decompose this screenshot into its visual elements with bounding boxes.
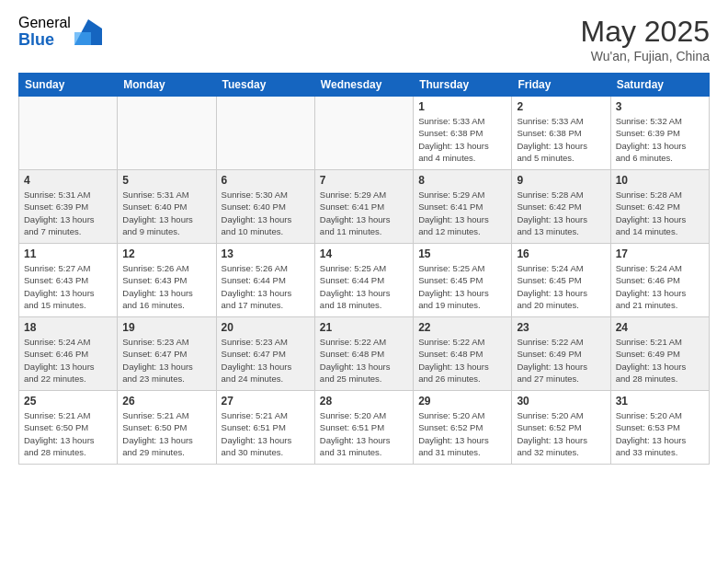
calendar-cell: 9Sunrise: 5:28 AMSunset: 6:42 PMDaylight…	[512, 170, 610, 244]
calendar-cell: 2Sunrise: 5:33 AMSunset: 6:38 PMDaylight…	[512, 97, 610, 170]
day-info: Sunrise: 5:24 AMSunset: 6:46 PMDaylight:…	[616, 262, 704, 311]
day-number: 31	[616, 395, 704, 408]
day-info: Sunrise: 5:32 AMSunset: 6:39 PMDaylight:…	[616, 115, 704, 164]
weekday-header-wednesday: Wednesday	[314, 74, 413, 97]
day-info: Sunrise: 5:33 AMSunset: 6:38 PMDaylight:…	[517, 115, 605, 164]
day-number: 3	[616, 100, 704, 113]
logo: General Blue	[18, 15, 102, 49]
weekday-header-friday: Friday	[512, 74, 610, 97]
calendar-cell: 5Sunrise: 5:31 AMSunset: 6:40 PMDaylight…	[118, 170, 216, 244]
weekday-header-monday: Monday	[118, 74, 216, 97]
day-info: Sunrise: 5:24 AMSunset: 6:46 PMDaylight:…	[24, 336, 112, 385]
day-info: Sunrise: 5:26 AMSunset: 6:43 PMDaylight:…	[122, 262, 210, 311]
calendar-cell: 15Sunrise: 5:25 AMSunset: 6:45 PMDayligh…	[414, 244, 512, 317]
weekday-header-thursday: Thursday	[414, 74, 512, 97]
day-number: 17	[616, 247, 704, 260]
calendar-cell: 29Sunrise: 5:20 AMSunset: 6:52 PMDayligh…	[414, 391, 512, 465]
weekday-header-sunday: Sunday	[19, 74, 118, 97]
day-number: 4	[24, 174, 112, 187]
day-info: Sunrise: 5:25 AMSunset: 6:45 PMDaylight:…	[418, 262, 506, 311]
calendar-body: 1Sunrise: 5:33 AMSunset: 6:38 PMDaylight…	[19, 97, 710, 465]
weekday-header-saturday: Saturday	[610, 74, 709, 97]
calendar-cell: 22Sunrise: 5:22 AMSunset: 6:48 PMDayligh…	[414, 317, 512, 391]
calendar-cell	[19, 97, 118, 170]
calendar-cell: 10Sunrise: 5:28 AMSunset: 6:42 PMDayligh…	[610, 170, 709, 244]
day-info: Sunrise: 5:22 AMSunset: 6:48 PMDaylight:…	[418, 336, 506, 385]
calendar-cell: 27Sunrise: 5:21 AMSunset: 6:51 PMDayligh…	[216, 391, 314, 465]
day-number: 20	[222, 321, 310, 334]
day-number: 1	[418, 100, 506, 113]
calendar-cell: 3Sunrise: 5:32 AMSunset: 6:39 PMDaylight…	[610, 97, 709, 170]
logo-icon	[74, 19, 102, 45]
calendar-cell	[118, 97, 216, 170]
calendar-cell: 4Sunrise: 5:31 AMSunset: 6:39 PMDaylight…	[19, 170, 118, 244]
day-info: Sunrise: 5:23 AMSunset: 6:47 PMDaylight:…	[122, 336, 210, 385]
calendar-cell: 13Sunrise: 5:26 AMSunset: 6:44 PMDayligh…	[216, 244, 314, 317]
day-info: Sunrise: 5:29 AMSunset: 6:41 PMDaylight:…	[320, 189, 408, 237]
day-number: 28	[320, 395, 408, 408]
calendar-cell: 25Sunrise: 5:21 AMSunset: 6:50 PMDayligh…	[19, 391, 118, 465]
weekday-header-tuesday: Tuesday	[216, 74, 314, 97]
day-info: Sunrise: 5:21 AMSunset: 6:51 PMDaylight:…	[222, 409, 310, 458]
day-number: 27	[222, 395, 310, 408]
calendar-cell: 19Sunrise: 5:23 AMSunset: 6:47 PMDayligh…	[118, 317, 216, 391]
day-number: 9	[517, 174, 605, 187]
day-info: Sunrise: 5:21 AMSunset: 6:49 PMDaylight:…	[616, 336, 704, 385]
day-number: 30	[517, 395, 605, 408]
calendar-cell: 1Sunrise: 5:33 AMSunset: 6:38 PMDaylight…	[414, 97, 512, 170]
day-number: 15	[418, 247, 506, 260]
day-number: 18	[24, 321, 112, 334]
calendar-cell: 6Sunrise: 5:30 AMSunset: 6:40 PMDaylight…	[216, 170, 314, 244]
day-number: 5	[122, 174, 210, 187]
calendar-cell: 12Sunrise: 5:26 AMSunset: 6:43 PMDayligh…	[118, 244, 216, 317]
calendar-cell: 18Sunrise: 5:24 AMSunset: 6:46 PMDayligh…	[19, 317, 118, 391]
day-number: 8	[418, 174, 506, 187]
day-number: 19	[122, 321, 210, 334]
day-info: Sunrise: 5:20 AMSunset: 6:52 PMDaylight:…	[517, 409, 605, 458]
title-section: May 2025 Wu'an, Fujian, China	[580, 15, 710, 63]
page-header: General Blue May 2025 Wu'an, Fujian, Chi…	[18, 15, 710, 63]
day-number: 14	[320, 247, 408, 260]
calendar-cell: 20Sunrise: 5:23 AMSunset: 6:47 PMDayligh…	[216, 317, 314, 391]
day-number: 23	[517, 321, 605, 334]
calendar-cell: 24Sunrise: 5:21 AMSunset: 6:49 PMDayligh…	[610, 317, 709, 391]
location-subtitle: Wu'an, Fujian, China	[580, 49, 710, 63]
logo-general: General	[18, 15, 71, 31]
calendar-cell: 21Sunrise: 5:22 AMSunset: 6:48 PMDayligh…	[314, 317, 413, 391]
month-title: May 2025	[580, 15, 710, 49]
day-number: 26	[122, 395, 210, 408]
day-info: Sunrise: 5:22 AMSunset: 6:49 PMDaylight:…	[517, 336, 605, 385]
calendar-cell: 30Sunrise: 5:20 AMSunset: 6:52 PMDayligh…	[512, 391, 610, 465]
calendar-cell: 28Sunrise: 5:20 AMSunset: 6:51 PMDayligh…	[314, 391, 413, 465]
calendar-cell: 23Sunrise: 5:22 AMSunset: 6:49 PMDayligh…	[512, 317, 610, 391]
day-number: 29	[418, 395, 506, 408]
day-number: 12	[122, 247, 210, 260]
day-info: Sunrise: 5:29 AMSunset: 6:41 PMDaylight:…	[418, 189, 506, 237]
calendar-cell: 16Sunrise: 5:24 AMSunset: 6:45 PMDayligh…	[512, 244, 610, 317]
day-info: Sunrise: 5:26 AMSunset: 6:44 PMDaylight:…	[222, 262, 310, 311]
day-info: Sunrise: 5:31 AMSunset: 6:39 PMDaylight:…	[24, 189, 112, 237]
day-number: 24	[616, 321, 704, 334]
calendar-cell: 31Sunrise: 5:20 AMSunset: 6:53 PMDayligh…	[610, 391, 709, 465]
calendar-table: SundayMondayTuesdayWednesdayThursdayFrid…	[18, 73, 710, 465]
day-info: Sunrise: 5:20 AMSunset: 6:53 PMDaylight:…	[616, 409, 704, 458]
day-number: 16	[517, 247, 605, 260]
day-info: Sunrise: 5:22 AMSunset: 6:48 PMDaylight:…	[320, 336, 408, 385]
day-number: 2	[517, 100, 605, 113]
calendar-header-row: SundayMondayTuesdayWednesdayThursdayFrid…	[19, 74, 710, 97]
day-info: Sunrise: 5:24 AMSunset: 6:45 PMDaylight:…	[517, 262, 605, 311]
calendar-cell: 7Sunrise: 5:29 AMSunset: 6:41 PMDaylight…	[314, 170, 413, 244]
day-number: 6	[222, 174, 310, 187]
svg-marker-1	[74, 32, 91, 45]
day-info: Sunrise: 5:31 AMSunset: 6:40 PMDaylight:…	[122, 189, 210, 237]
day-info: Sunrise: 5:28 AMSunset: 6:42 PMDaylight:…	[517, 189, 605, 237]
day-number: 25	[24, 395, 112, 408]
calendar-cell: 26Sunrise: 5:21 AMSunset: 6:50 PMDayligh…	[118, 391, 216, 465]
calendar-cell: 11Sunrise: 5:27 AMSunset: 6:43 PMDayligh…	[19, 244, 118, 317]
day-info: Sunrise: 5:23 AMSunset: 6:47 PMDaylight:…	[222, 336, 310, 385]
day-info: Sunrise: 5:20 AMSunset: 6:51 PMDaylight:…	[320, 409, 408, 458]
day-info: Sunrise: 5:30 AMSunset: 6:40 PMDaylight:…	[222, 189, 310, 237]
day-info: Sunrise: 5:20 AMSunset: 6:52 PMDaylight:…	[418, 409, 506, 458]
day-number: 11	[24, 247, 112, 260]
day-info: Sunrise: 5:21 AMSunset: 6:50 PMDaylight:…	[24, 409, 112, 458]
